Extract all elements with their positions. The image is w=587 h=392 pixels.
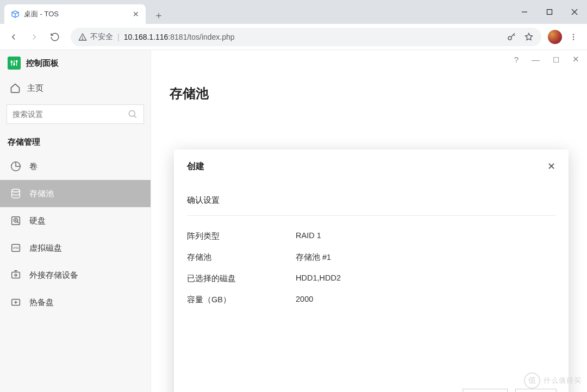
external-icon [10,269,22,281]
svg-line-17 [134,116,136,118]
svg-point-22 [15,220,16,221]
page-title: 存储池 [170,85,569,102]
dialog-section-title: 确认设置 [187,189,555,216]
row-capacity: 容量（GB） 2000 [187,289,555,310]
tab-favicon-icon [11,10,20,18]
svg-point-9 [573,39,574,40]
value: RAID 1 [296,231,321,241]
watermark-icon: 值 [524,372,540,389]
url-text: 10.168.1.116:8181/tos/index.php [124,33,235,41]
search-icon [127,109,138,120]
nav-label: 虚拟磁盘 [29,243,62,253]
omnibox-separator: | [117,33,120,41]
app-content: ? — ◻ ✕ 控制面板 主页 存储管理 卷 存 [0,50,587,392]
database-icon [10,188,22,200]
svg-text:VHD: VHD [13,246,19,250]
dialog-footer: 上一步 确认 [174,379,569,392]
nav-label: 热备盘 [29,297,54,308]
window-maximize-icon[interactable] [537,0,562,24]
dialog-close-icon[interactable]: ✕ [547,160,555,172]
svg-point-13 [11,61,13,63]
svg-point-8 [573,36,574,37]
svg-point-6 [508,36,511,40]
browser-tab-bar: 桌面 - TOS ✕ ＋ [0,0,587,24]
row-disks: 已选择的磁盘 HDD1,HDD2 [187,268,555,289]
svg-point-7 [573,34,574,35]
search-box[interactable] [7,104,144,124]
hotspare-icon [10,296,22,308]
nav-label: 外接存储设备 [29,270,78,281]
sidebar-item-external-storage[interactable]: 外接存储设备 [0,262,151,289]
nav-label: 硬盘 [29,216,46,226]
browser-tab[interactable]: 桌面 - TOS ✕ [4,4,146,24]
nav-label: 存储池 [29,189,54,199]
svg-point-15 [16,60,17,62]
value: HDD1,HDD2 [296,273,341,284]
svg-rect-26 [12,272,20,278]
dialog-header: 创建 ✕ [174,150,569,183]
panel-title: 控制面板 [26,58,59,69]
label: 存储池 [187,252,296,263]
tab-title: 桌面 - TOS [24,9,59,19]
svg-point-5 [82,39,83,39]
nav-label: 卷 [29,161,38,172]
sidebar-item-hot-spare[interactable]: 热备盘 [0,289,151,316]
key-icon[interactable] [507,32,516,42]
nav-forward-button[interactable] [25,28,43,46]
hdd-icon [10,215,22,227]
browser-menu-button[interactable] [564,33,583,41]
warning-triangle-icon [78,33,87,41]
dialog-title: 创建 [187,161,204,172]
window-minimize-icon[interactable] [512,0,537,24]
settings-table: 阵列类型 RAID 1 存储池 存储池 #1 已选择的磁盘 HDD1,HDD2 … [187,216,555,310]
svg-point-19 [12,189,20,192]
panel-header: 控制面板 [0,50,151,77]
svg-rect-1 [547,10,552,15]
sidebar-item-disk[interactable]: 硬盘 [0,207,151,234]
value: 2000 [296,295,313,305]
sidebar-item-volume[interactable]: 卷 [0,153,151,180]
star-icon[interactable] [524,32,534,42]
label: 已选择的磁盘 [187,273,296,284]
address-bar[interactable]: 不安全 | 10.168.1.116:8181/tos/index.php [71,28,541,46]
home-label: 主页 [27,83,43,94]
pie-icon [10,160,22,172]
browser-toolbar: 不安全 | 10.168.1.116:8181/tos/index.php [0,24,587,50]
svg-point-16 [129,110,135,116]
window-controls [512,0,587,24]
prev-step-button[interactable]: 上一步 [463,389,508,392]
vhd-icon: VHD [10,242,22,254]
tab-close-icon[interactable]: ✕ [133,10,139,18]
sidebar: 控制面板 主页 存储管理 卷 存储池 硬盘 VHD 虚拟磁盘 [0,50,151,392]
nav-reload-button[interactable] [46,28,64,46]
svg-point-27 [15,274,17,276]
new-tab-button[interactable]: ＋ [150,7,167,24]
sidebar-item-home[interactable]: 主页 [0,77,151,99]
profile-avatar[interactable] [548,30,562,44]
label: 容量（GB） [187,295,296,305]
nav-back-button[interactable] [4,28,23,46]
sidebar-item-storage-pool[interactable]: 存储池 [0,180,151,207]
control-panel-icon [8,57,21,70]
svg-line-23 [17,221,18,223]
search-wrap [0,99,151,125]
search-input[interactable] [13,110,127,119]
watermark: 值 什么值得买 [524,372,582,389]
sidebar-item-virtual-disk[interactable]: VHD 虚拟磁盘 [0,234,151,262]
label: 阵列类型 [187,231,296,241]
window-close-icon[interactable] [562,0,587,24]
security-warning: 不安全 [78,32,113,42]
row-array-type: 阵列类型 RAID 1 [187,226,555,247]
security-label: 不安全 [90,32,113,42]
section-storage-title: 存储管理 [0,125,151,153]
row-pool: 存储池 存储池 #1 [187,247,555,268]
watermark-text: 什么值得买 [544,376,582,385]
home-icon [10,83,21,94]
create-dialog: 创建 ✕ 确认设置 阵列类型 RAID 1 存储池 存储池 #1 已选择的磁盘 … [174,150,569,392]
dialog-body: 确认设置 阵列类型 RAID 1 存储池 存储池 #1 已选择的磁盘 HDD1,… [174,183,569,379]
svg-point-14 [14,64,15,65]
confirm-button[interactable]: 确认 [515,389,557,392]
value: 存储池 #1 [296,252,331,263]
